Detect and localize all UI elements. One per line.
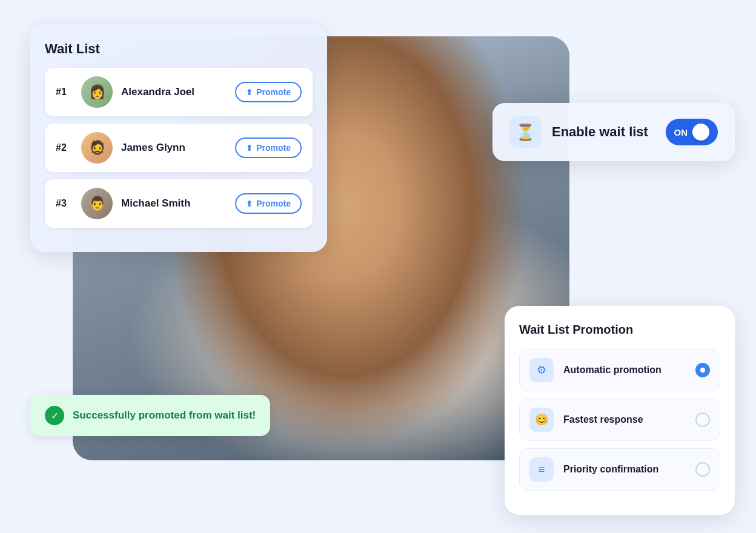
rank-1: #1 [56,87,73,98]
avatar-3: 👨 [81,188,113,219]
promote-button-2[interactable]: ⬆ Promote [235,137,302,158]
rank-2: #2 [56,142,73,153]
radio-automatic[interactable] [695,363,710,377]
radio-fastest[interactable] [695,412,710,427]
waitlist-item-1: #1 👩 Alexandra Joel ⬆ Promote [45,68,313,116]
person-name-3: Michael Smith [121,197,227,210]
promote-icon-3: ⬆ [246,199,253,208]
priority-confirmation-icon: ≡ [529,457,554,482]
rank-3: #3 [56,198,73,209]
radio-priority[interactable] [695,462,710,477]
option-label-2: Fastest response [563,414,686,425]
promotion-option-3[interactable]: ≡ Priority confirmation [519,448,720,491]
fastest-response-icon: 😊 [529,408,554,432]
avatar-1: 👩 [81,76,113,108]
success-message: Successfully promoted from wait list! [73,409,256,422]
person-name-2: James Glynn [121,142,227,154]
promote-icon-1: ⬆ [246,88,253,97]
person-name-1: Alexandra Joel [121,86,227,98]
promotion-title: Wait List Promotion [519,323,720,337]
promotion-card: Wait List Promotion ⚙ Automatic promotio… [505,306,735,515]
success-checkmark-icon: ✓ [45,406,64,425]
promote-button-1[interactable]: ⬆ Promote [235,82,302,102]
promote-button-3[interactable]: ⬆ Promote [235,193,302,214]
waitlist-title: Wait List [45,41,313,57]
option-label-1: Automatic promotion [563,365,686,376]
toggle-knob [692,124,709,141]
promotion-option-1[interactable]: ⚙ Automatic promotion [519,349,720,391]
enable-waitlist-card: ⏳ Enable wait list ON [492,103,735,161]
promotion-option-2[interactable]: 😊 Fastest response [519,399,720,441]
hourglass-icon: ⏳ [509,116,541,148]
waitlist-item-3: #3 👨 Michael Smith ⬆ Promote [45,179,313,228]
avatar-2: 🧔 [81,132,113,164]
auto-promotion-icon: ⚙ [529,358,554,382]
waitlist-card: Wait List #1 👩 Alexandra Joel ⬆ Promote … [30,24,327,252]
toggle-state: ON [674,127,688,137]
waitlist-toggle[interactable]: ON [666,119,718,145]
promote-icon-2: ⬆ [246,144,253,153]
option-label-3: Priority confirmation [563,464,686,475]
toggle-label: Enable wait list [552,124,655,140]
waitlist-item-2: #2 🧔 James Glynn ⬆ Promote [45,124,313,172]
success-toast: ✓ Successfully promoted from wait list! [30,395,270,436]
